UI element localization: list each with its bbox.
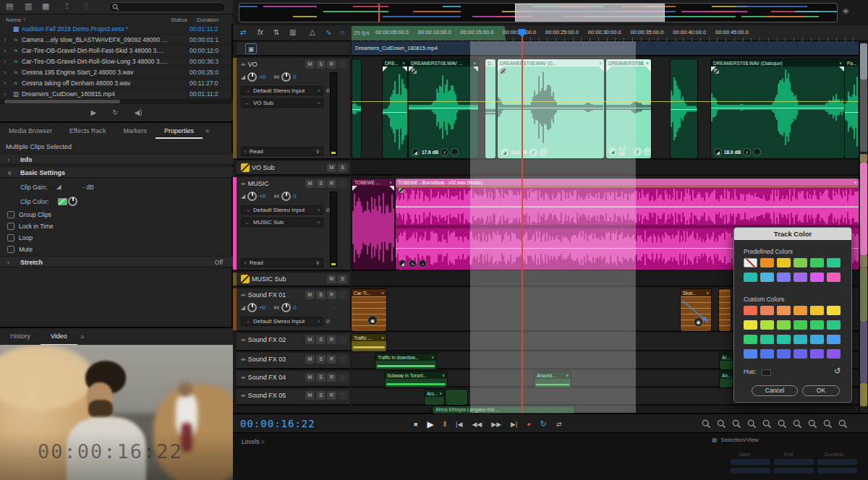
preview-play-icon[interactable]: ▶ — [90, 108, 96, 116]
timeline-vscrollbar[interactable] — [859, 41, 867, 413]
sfx-clip[interactable]: Car-Ti...∨◉ — [352, 289, 386, 331]
output-routing-select[interactable]: ←VO Sub› — [241, 98, 323, 108]
custom-color-swatch[interactable] — [793, 349, 807, 359]
expand-chevron-icon[interactable]: › — [0, 69, 10, 76]
video-preview[interactable]: 00:00:16:22 — [0, 345, 233, 480]
clip-menu-icon[interactable]: ∨ — [389, 180, 392, 184]
custom-color-swatch[interactable] — [760, 320, 774, 330]
audio-clip[interactable]: D... — [485, 59, 495, 158]
track-name[interactable]: Sound FX 04 — [248, 374, 286, 381]
video-track-icon[interactable]: ▣ — [245, 43, 257, 54]
sfx-clip[interactable]: An... — [720, 372, 733, 387]
mute-button[interactable]: M — [305, 179, 315, 188]
output-routing-select[interactable]: ←MUSIC Sub› — [241, 218, 323, 227]
track-drag-icon[interactable]: ⇻ — [241, 292, 246, 299]
fast-forward-button[interactable]: ▶▶ — [491, 421, 501, 428]
navigator-menu-icon[interactable]: ✳ — [842, 7, 849, 17]
stop-button[interactable]: ■ — [414, 421, 417, 428]
custom-color-swatch[interactable] — [777, 320, 791, 330]
track-name[interactable]: MUSIC — [248, 180, 269, 187]
fade-in-handle[interactable] — [606, 67, 611, 72]
jump-to-time-button[interactable]: ⇄ — [556, 421, 562, 428]
fade-in-handle[interactable] — [352, 186, 357, 191]
predefined-color-swatch[interactable] — [810, 258, 824, 267]
solo-button[interactable]: S — [316, 335, 326, 344]
predefined-color-swatch[interactable] — [793, 273, 807, 282]
automation-mode-select[interactable]: ›Read∨ — [241, 258, 323, 267]
custom-color-swatch[interactable] — [760, 349, 774, 359]
sfx-clip[interactable]: Around...∨ — [535, 372, 571, 387]
fx-toggle-icon[interactable]: fx — [258, 28, 263, 36]
zoom-to-selection-icon[interactable] — [762, 419, 772, 429]
track-more-button[interactable]: ⋮ — [338, 291, 347, 299]
pause-button[interactable]: Ⅱ — [443, 421, 446, 428]
mute-button[interactable]: M — [305, 355, 315, 364]
clip-gain-knob[interactable] — [68, 197, 77, 206]
clip-menu-icon[interactable]: ∨ — [381, 291, 384, 295]
open-folder-icon[interactable]: ▤ — [6, 1, 13, 11]
predefined-color-swatch[interactable] — [744, 273, 757, 282]
custom-color-swatch[interactable] — [827, 306, 841, 315]
audio-clip[interactable]: Pa... — [845, 59, 859, 158]
file-row[interactable]: ›≈Car-Tire-OB-Gravel-Dirt-Roll-Slow-Long… — [0, 56, 233, 67]
column-name[interactable]: Name ↑ — [6, 17, 26, 23]
custom-color-swatch[interactable] — [777, 306, 791, 315]
timecode-display[interactable]: 00:00:16:22 — [240, 418, 315, 429]
sfx-clip[interactable]: Ar... — [720, 353, 733, 369]
zoom-in-icon[interactable] — [778, 419, 787, 429]
cancel-button[interactable]: Cancel — [752, 385, 798, 396]
zoom-out-amplitude-icon[interactable] — [747, 419, 757, 429]
expand-chevron-icon[interactable]: › — [0, 90, 10, 98]
sfx-clip[interactable] — [719, 289, 731, 331]
clip-volume-badge[interactable]: ◢ — [412, 148, 420, 156]
navigator-viewport[interactable] — [515, 4, 665, 22]
warning-icon[interactable]: △ — [310, 28, 315, 36]
files-hscrollbar[interactable] — [0, 99, 233, 104]
routing-icon[interactable]: ⇅ — [273, 28, 279, 36]
clip-volume-badge[interactable]: ◢ — [609, 147, 616, 155]
custom-color-swatch[interactable] — [827, 335, 841, 344]
clip-menu-icon[interactable]: ∨ — [839, 61, 842, 65]
checkbox-loop[interactable]: Loop — [7, 234, 33, 241]
clip-fx-icon[interactable] — [501, 69, 506, 74]
hue-reset-icon[interactable]: ↺ — [834, 367, 841, 376]
audio-clip[interactable]: DREAMERST08.WAV ...∨◢17.6 dBƒ… — [409, 59, 478, 158]
panel-menu-icon[interactable]: ≡ — [261, 438, 265, 445]
file-row[interactable]: ›≈Cessna taking off Denham 48000 3.wav00… — [0, 78, 233, 89]
sfx-clip[interactable]: Traffic in downtow...∨ — [375, 353, 436, 369]
predefined-color-swatch[interactable] — [827, 273, 841, 282]
pan-knob[interactable] — [281, 303, 291, 312]
track-name[interactable]: VO Sub — [252, 164, 275, 171]
clip-volume-badge[interactable]: ◉ — [694, 317, 703, 327]
solo-button[interactable]: S — [316, 391, 326, 400]
volume-knob[interactable] — [247, 303, 257, 312]
clip-menu-icon[interactable]: ∨ — [854, 180, 856, 184]
panel-menu-icon[interactable]: ≡ — [80, 333, 84, 340]
track-drag-icon[interactable]: ⇻ — [241, 337, 246, 343]
clip-fx-badge[interactable]: ƒ — [634, 147, 641, 155]
mute-button[interactable]: M — [327, 163, 336, 172]
audio-clip[interactable]: DREAMERST08.WAV (D...∨◢11.8 dBƒ… — [498, 59, 604, 158]
custom-color-swatch[interactable] — [810, 349, 824, 359]
checkbox-box[interactable] — [7, 223, 14, 230]
rewind-button[interactable]: ◀◀ — [472, 421, 482, 428]
zoom-in-amplitude-icon[interactable] — [732, 419, 741, 429]
import-icon[interactable]: ▥ — [25, 1, 32, 11]
checkbox-lock-in-time[interactable]: Lock in Time — [7, 223, 54, 230]
arm-record-button[interactable]: R — [327, 291, 336, 299]
arm-record-button[interactable]: R — [327, 391, 336, 400]
file-row[interactable]: ›▥Dreamers_CutDown_180815.mp400:01:11:2 — [0, 89, 233, 100]
sfx-clip[interactable]: Skat...∨◉ — [681, 289, 711, 331]
custom-color-swatch[interactable] — [810, 320, 824, 330]
fade-in-handle[interactable] — [383, 67, 388, 72]
clip-comment-badge[interactable]: … — [753, 148, 761, 156]
clip-menu-icon[interactable]: ∨ — [381, 335, 384, 340]
custom-color-swatch[interactable] — [827, 349, 841, 359]
expand-chevron-icon[interactable]: › — [0, 36, 10, 43]
zoom-out-time-icon[interactable] — [717, 419, 726, 429]
audio-clip[interactable]: DRE...∨ — [383, 59, 407, 158]
column-duration[interactable]: Duration — [197, 17, 218, 23]
zoom-out-icon[interactable] — [793, 419, 802, 429]
panel-menu-icon[interactable]: ≡ — [205, 127, 209, 134]
predefined-color-swatch[interactable] — [810, 273, 824, 282]
